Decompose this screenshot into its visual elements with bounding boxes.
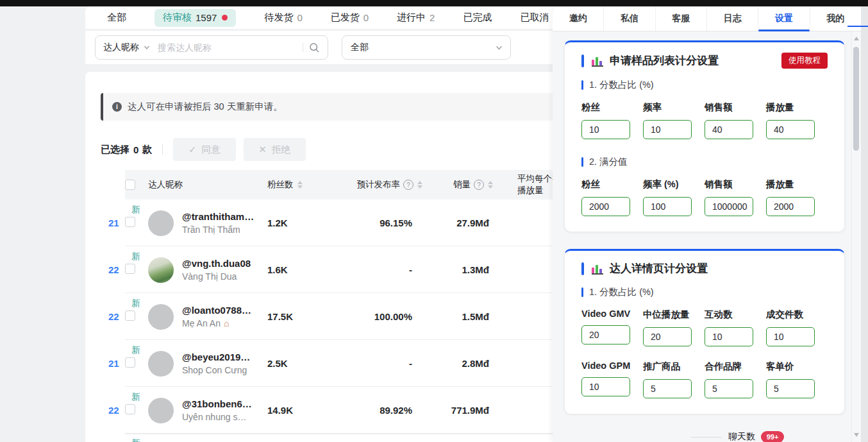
- creator-handle[interactable]: @tranthitham…: [182, 211, 254, 222]
- card-title: 达人详情页计分设置: [610, 261, 708, 276]
- field-label: 客单价: [766, 361, 828, 373]
- tab-pending-review-count: 1597: [196, 12, 217, 23]
- row-number: 22: [101, 264, 125, 275]
- max-input-sales[interactable]: [705, 197, 753, 216]
- fans-value: 17.5K: [267, 311, 329, 322]
- row-checkbox[interactable]: [125, 357, 135, 368]
- sales-value: 1.5Mđ: [431, 311, 496, 322]
- detail-input-engagement[interactable]: [705, 327, 753, 346]
- tab-all[interactable]: 全部: [107, 12, 126, 24]
- panel-tab-settings[interactable]: 设置: [758, 6, 809, 31]
- tab-to-ship[interactable]: 待发货0: [264, 12, 302, 24]
- creator-cell: @vng.th.dua08 Vàng Thị Dua: [148, 257, 267, 283]
- detail-input-avg-order-value[interactable]: [766, 379, 815, 398]
- panel-tab-invite[interactable]: 邀约: [553, 6, 603, 31]
- creator-name: Mẹ An An: [182, 318, 221, 328]
- search-icon[interactable]: [309, 42, 320, 53]
- page-scrollbar-track[interactable]: [861, 6, 868, 442]
- section-accent-bar: [581, 80, 583, 90]
- search-input[interactable]: [156, 42, 300, 53]
- max-input-fans[interactable]: [581, 197, 630, 216]
- select-all-cell: [125, 170, 148, 200]
- sort-rate[interactable]: [417, 181, 422, 189]
- rate-value: 89.92%: [329, 405, 431, 416]
- selection-prefix: 已选择: [101, 144, 129, 156]
- panel-tab-mine[interactable]: 我的: [810, 6, 861, 31]
- fans-value: 1.2K: [267, 217, 329, 228]
- scrollbar-thumb[interactable]: [853, 47, 859, 151]
- x-icon: ✕: [259, 144, 267, 155]
- tab-shipped-label: 已发货: [331, 12, 360, 24]
- sample-list-scoring-card: 申请样品列表计分设置 使用教程 1. 分数占比 (%) 粉丝 频率 销售额 播放…: [564, 40, 845, 232]
- selection-count: 0: [133, 144, 138, 155]
- tab-to-ship-count: 0: [297, 12, 302, 23]
- row-checkbox[interactable]: [125, 264, 135, 274]
- creator-handle[interactable]: @beyeu2019…: [182, 352, 250, 362]
- fans-value: 14.9K: [267, 405, 329, 416]
- scroll-down-icon[interactable]: [854, 433, 859, 437]
- row-number: 21: [101, 217, 125, 228]
- row-number-header: [101, 170, 125, 200]
- field-label: 粉丝: [581, 101, 643, 114]
- status-filter-value: 全部: [351, 42, 369, 53]
- tab-in-progress[interactable]: 进行中2: [397, 12, 435, 24]
- panel-tab-service[interactable]: 客服: [655, 6, 706, 31]
- panel-scrollbar[interactable]: [851, 31, 861, 442]
- score-input-views[interactable]: [766, 120, 815, 139]
- rate-value: 96.15%: [329, 217, 431, 228]
- tab-all-label: 全部: [107, 12, 126, 24]
- row-checkbox[interactable]: [125, 310, 135, 321]
- score-input-sales[interactable]: [705, 120, 753, 139]
- avatar: [148, 398, 174, 423]
- max-input-frequency[interactable]: [643, 197, 692, 216]
- help-icon[interactable]: ?: [474, 180, 484, 190]
- creator-handle[interactable]: @vng.th.dua08: [182, 258, 251, 269]
- side-panel: 邀约 私信 客服 日志 设置 我的 申请样品列表计分设置 使用教程 1. 分数占…: [553, 6, 861, 442]
- reject-button[interactable]: ✕ 拒绝: [244, 138, 306, 161]
- field-label: 播放量: [766, 178, 828, 191]
- sales-value: 2.8Mđ: [431, 358, 496, 369]
- detail-input-median-views[interactable]: [643, 327, 692, 346]
- fans-value: 2.5K: [267, 358, 329, 369]
- creator-handle[interactable]: @loanto0788…: [182, 305, 251, 316]
- search-field-selector[interactable]: 达人昵称: [103, 42, 139, 53]
- detail-input-units-sold[interactable]: [766, 327, 815, 346]
- creator-cell: @loanto0788… Mẹ An An⌂: [148, 304, 267, 330]
- max-input-views[interactable]: [766, 197, 815, 216]
- detail-input-promoted-products[interactable]: [643, 379, 692, 398]
- section-heading: 2. 满分值: [581, 156, 828, 168]
- detail-input-video-gmv[interactable]: [581, 325, 630, 344]
- tab-shipped-count: 0: [363, 12, 369, 23]
- panel-tab-logs[interactable]: 日志: [706, 6, 758, 31]
- agree-button[interactable]: ✓ 同意: [173, 138, 235, 161]
- field-label: Video GPM: [581, 361, 643, 371]
- sort-up-icon: [417, 181, 422, 184]
- score-input-fans[interactable]: [581, 120, 630, 139]
- fans-value: 1.6K: [267, 264, 329, 275]
- sort-fans[interactable]: [297, 181, 303, 189]
- tutorial-button[interactable]: 使用教程: [781, 53, 828, 69]
- new-badge: 新: [131, 344, 140, 356]
- row-checkbox[interactable]: [125, 404, 135, 414]
- row-checkbox[interactable]: [125, 217, 135, 227]
- tab-shipped[interactable]: 已发货0: [331, 12, 369, 24]
- scroll-up-icon[interactable]: [854, 37, 859, 40]
- tab-completed-label: 已完成: [463, 12, 492, 24]
- status-filter-select[interactable]: 全部: [342, 35, 511, 60]
- detail-input-partner-brands[interactable]: [705, 379, 753, 398]
- tab-cancelled[interactable]: 已取消: [520, 12, 549, 24]
- creator-handle[interactable]: @31bonben6…: [182, 398, 252, 409]
- chat-count-row: 聊天数 99+: [691, 431, 852, 442]
- help-icon[interactable]: ?: [403, 180, 413, 190]
- sort-sales[interactable]: [488, 181, 493, 189]
- field-label: 销售额: [705, 101, 766, 114]
- tab-completed[interactable]: 已完成: [463, 12, 492, 24]
- detail-input-video-gpm[interactable]: [581, 377, 630, 396]
- col-rate-label: 预计发布率: [357, 179, 401, 191]
- select-all-checkbox[interactable]: [125, 180, 135, 190]
- tab-pending-review[interactable]: 待审核 1597: [154, 9, 236, 27]
- selection-suffix: 款: [142, 144, 152, 156]
- divider: [303, 43, 303, 52]
- score-input-frequency[interactable]: [643, 120, 692, 139]
- panel-tab-dm[interactable]: 私信: [603, 6, 655, 31]
